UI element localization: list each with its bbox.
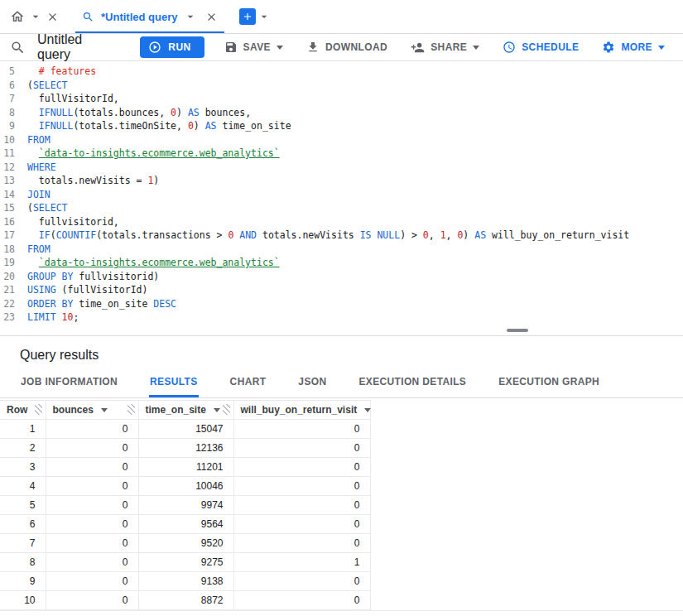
query-tab-close-icon[interactable] <box>204 9 219 25</box>
line-number: 11 <box>0 147 27 161</box>
results-tab-execution-graph[interactable]: EXECUTION GRAPH <box>498 368 600 397</box>
data-cell: 12136 <box>138 439 233 458</box>
line-number: 15 <box>0 201 27 215</box>
table-row: 7095200 <box>0 534 370 553</box>
add-icon <box>242 11 253 22</box>
column-menu-caret-icon[interactable] <box>364 408 371 412</box>
column-resize-handle[interactable] <box>35 404 42 415</box>
table-reference-link[interactable]: `data-to-insights.ecommerce.web_analytic… <box>39 257 280 268</box>
line-number: 8 <box>0 106 27 120</box>
line-number: 23 <box>0 310 27 325</box>
code-text: fullVisitorId, <box>27 92 119 106</box>
code-line[interactable]: 23LIMIT 10; <box>0 310 683 325</box>
table-reference-link[interactable]: `data-to-insights.ecommerce.web_analytic… <box>39 147 280 159</box>
line-number: 10 <box>0 133 27 147</box>
results-tab-chart[interactable]: CHART <box>229 368 267 397</box>
save-button[interactable]: SAVE <box>214 36 293 58</box>
code-line[interactable]: 9 IFNULL(totals.timeOnSite, 0) AS time_o… <box>0 119 683 133</box>
query-tab[interactable]: *Untitled query <box>72 0 228 33</box>
data-cell: 0 <box>46 553 138 572</box>
data-cell: 0 <box>46 496 138 515</box>
results-tab-job-information[interactable]: JOB INFORMATION <box>20 368 118 397</box>
data-cell: 9520 <box>138 534 233 553</box>
query-tab-chevron-down-icon[interactable] <box>182 8 199 25</box>
column-menu-caret-icon[interactable] <box>101 408 108 412</box>
column-menu-caret-icon[interactable] <box>214 408 220 412</box>
row-number-cell: 4 <box>0 477 46 496</box>
code-text: JOIN <box>27 188 51 202</box>
query-toolbar: Untitled query RUN SAVE DOWNLOAD SHARE S… <box>0 34 683 61</box>
clock-icon <box>503 41 516 54</box>
code-line[interactable]: 16 fullvisitorid, <box>0 215 683 229</box>
panel-splitter <box>0 325 683 336</box>
more-button[interactable]: MORE <box>592 36 675 58</box>
data-cell: 0 <box>233 439 370 458</box>
run-button-label: RUN <box>168 41 190 53</box>
save-button-label: SAVE <box>243 41 271 53</box>
code-text: `data-to-insights.ecommerce.web_analytic… <box>27 147 280 161</box>
code-line[interactable]: 15(SELECT <box>0 201 683 215</box>
table-row: 40100460 <box>0 477 370 496</box>
home-icon[interactable] <box>8 7 26 26</box>
add-tab-button[interactable] <box>239 8 256 25</box>
code-line[interactable]: 11 `data-to-insights.ecommerce.web_analy… <box>0 147 683 161</box>
share-button[interactable]: SHARE <box>401 36 489 59</box>
code-text: ORDER BY time_on_site DESC <box>27 297 176 311</box>
page-title: Untitled query <box>37 32 115 62</box>
column-resize-handle[interactable] <box>127 404 135 415</box>
column-header[interactable]: Row <box>0 401 46 420</box>
code-line[interactable]: 14JOIN <box>0 188 683 202</box>
add-tab-chevron-down-icon[interactable] <box>256 8 272 25</box>
run-button[interactable]: RUN <box>140 36 204 58</box>
code-line[interactable]: 22ORDER BY time_on_site DESC <box>0 297 683 311</box>
results-heading: Query results <box>0 336 683 368</box>
code-line[interactable]: 12WHERE <box>0 161 683 175</box>
code-line[interactable]: 5 # features <box>0 65 683 79</box>
line-number: 19 <box>0 256 27 270</box>
code-lines: 5 # features6(SELECT7 fullVisitorId,8 IF… <box>0 65 683 325</box>
code-line[interactable]: 7 fullVisitorId, <box>0 92 683 106</box>
column-header[interactable]: will_buy_on_return_visit <box>233 401 370 420</box>
data-cell: 8872 <box>138 591 233 610</box>
code-line[interactable]: 6(SELECT <box>0 79 683 93</box>
line-number: 16 <box>0 215 27 229</box>
download-button[interactable]: DOWNLOAD <box>296 36 397 58</box>
results-header-row: Rowbouncestime_on_sitewill_buy_on_return… <box>0 401 370 420</box>
more-chevron-down-icon <box>658 46 665 50</box>
column-header-label: Row <box>7 404 27 416</box>
data-cell: 0 <box>233 534 370 553</box>
data-cell: 0 <box>233 515 370 534</box>
results-tab-results[interactable]: RESULTS <box>149 368 199 397</box>
column-header-label: bounces <box>53 404 94 416</box>
data-cell: 9564 <box>138 515 233 534</box>
code-line[interactable]: 20GROUP BY fullvisitorid) <box>0 270 683 284</box>
code-line[interactable]: 17 IF(COUNTIF(totals.transactions > 0 AN… <box>0 229 683 243</box>
splitter-drag-handle[interactable] <box>507 329 528 332</box>
code-line[interactable]: 10FROM <box>0 133 683 147</box>
schedule-button[interactable]: SCHEDULE <box>493 36 589 58</box>
results-tab-execution-details[interactable]: EXECUTION DETAILS <box>358 368 467 397</box>
results-tab-json[interactable]: JSON <box>297 368 327 397</box>
home-chevron-down-icon[interactable] <box>27 8 44 25</box>
code-line[interactable]: 8 IFNULL(totals.bounces, 0) AS bounces, <box>0 106 683 120</box>
column-resize-handle[interactable] <box>223 404 230 415</box>
data-cell: 0 <box>46 515 138 534</box>
code-line[interactable]: 13 totals.newVisits = 1) <box>0 174 683 188</box>
code-line[interactable]: 18FROM <box>0 243 683 257</box>
home-close-icon[interactable] <box>45 9 60 25</box>
column-header[interactable]: time_on_site <box>138 401 233 420</box>
code-line[interactable]: 19 `data-to-insights.ecommerce.web_analy… <box>0 256 683 270</box>
line-number: 21 <box>0 283 27 297</box>
gear-icon <box>602 41 615 54</box>
code-text: FROM <box>27 243 51 257</box>
tab-bar: *Untitled query <box>0 0 683 34</box>
sql-editor[interactable]: 5 # features6(SELECT7 fullVisitorId,8 IF… <box>0 61 683 325</box>
home-tab[interactable] <box>8 7 60 26</box>
column-header[interactable]: bounces <box>46 401 138 420</box>
results-table: Rowbouncestime_on_sitewill_buy_on_return… <box>0 400 371 610</box>
column-header-label: time_on_site <box>146 404 206 416</box>
line-number: 13 <box>0 174 27 188</box>
more-button-label: MORE <box>621 41 652 53</box>
code-line[interactable]: 21USING (fullVisitorId) <box>0 283 683 297</box>
share-button-label: SHARE <box>430 41 467 53</box>
